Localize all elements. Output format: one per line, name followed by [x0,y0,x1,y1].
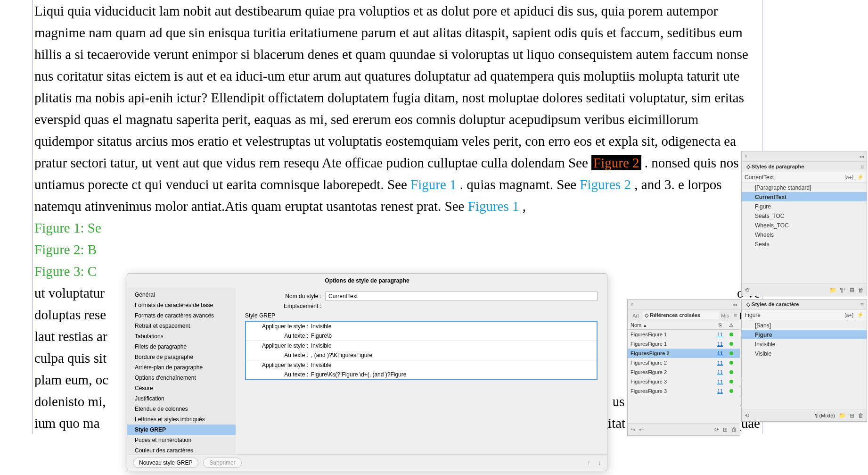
dialog-sidebar-item[interactable]: Justification [127,393,236,404]
figure-ref-highlighted[interactable]: Figure 2 [591,155,641,170]
xref-name: FiguresFigure 1 [631,341,714,347]
go-to-destination-icon[interactable]: ↩ [639,426,644,433]
apply-style-value[interactable]: Invisible [311,323,331,330]
override-indicator-icon[interactable]: [a+] [844,312,853,318]
close-icon[interactable]: × [631,302,633,307]
cross-reference-row[interactable]: FiguresFigure 311 [628,386,740,396]
delete-style-icon[interactable]: 🗑 [858,287,864,293]
quick-apply-icon[interactable]: ⚡ [857,174,864,180]
dialog-sidebar-item[interactable]: Style GREP [127,425,236,435]
xref-page-link[interactable]: 11 [714,332,726,337]
collapse-icon[interactable]: ◂◂ [859,154,864,159]
xref-name: FiguresFigure 2 [631,360,714,366]
tab-art[interactable]: Art [631,313,641,318]
column-page-header[interactable]: ⎘ [714,322,726,328]
panel-menu-icon[interactable]: ≡ [734,312,737,319]
paragraph-style-item[interactable]: CurrentText [742,192,867,201]
tab-cross-references[interactable]: ◇ Références croisées [643,311,719,319]
paragraph-style-item[interactable]: Wheels_TOC [742,220,867,230]
xref-status-icon [726,350,737,357]
cross-reference-row[interactable]: FiguresFigure 211 [628,367,740,377]
new-xref-icon[interactable]: ⊞ [723,426,728,433]
dialog-sidebar-item[interactable]: Césure [127,383,236,393]
move-up-icon[interactable]: ↑ [587,459,590,467]
panel-menu-icon[interactable]: ≡ [860,301,864,308]
figure-ref-link[interactable]: Figures 1 [468,199,519,214]
xref-page-link[interactable]: 11 [714,360,726,366]
new-style-icon[interactable]: ⊞ [850,412,854,419]
paragraph-style-item[interactable]: Seats_TOC [742,211,867,220]
xref-name: FiguresFigure 2 [631,369,714,375]
character-style-item[interactable]: [Sans] [742,320,867,330]
character-style-item[interactable]: Figure [742,330,867,339]
dialog-sidebar-item[interactable]: Filets de paragraphe [127,342,236,352]
delete-xref-icon[interactable]: 🗑 [731,426,737,433]
figure-ref-link[interactable]: Figure 1 [410,177,456,192]
to-text-value[interactable]: Figure\b [311,333,332,339]
character-style-item[interactable]: Invisible [742,339,867,349]
cross-reference-row[interactable]: FiguresFigure 111 [628,339,740,349]
xref-page-link[interactable]: 11 [714,341,726,347]
figure-ref-link[interactable]: Figures 2 [580,177,631,192]
move-down-icon[interactable]: ↓ [598,459,601,467]
xref-page-link[interactable]: 11 [714,379,726,384]
collapse-icon[interactable]: ◂◂ [732,302,737,307]
grep-style-item[interactable]: Appliquer le style :InvisibleAu texte :F… [246,322,597,341]
xref-page-link[interactable]: 11 [714,388,726,394]
cross-reference-row[interactable]: FiguresFigure 111 [628,330,740,339]
cross-reference-row[interactable]: FiguresFigure 311 [628,377,740,386]
dialog-sidebar-item[interactable]: Bordure de paragraphe [127,352,236,362]
folder-icon[interactable]: 📁 [839,412,846,419]
close-icon[interactable]: × [745,154,747,159]
panel-menu-icon[interactable]: ≡ [860,164,864,170]
cc-libraries-icon[interactable]: ⟲ [745,412,749,419]
dialog-sidebar-item[interactable]: Options d'enchaînement [127,373,236,383]
refresh-icon[interactable]: ⟳ [714,426,719,433]
dialog-sidebar-item[interactable]: Formats de caractères de base [127,300,236,310]
column-name-header[interactable]: Nom ▲ [631,322,714,328]
dialog-sidebar-item[interactable]: Lettrines et styles imbriqués [127,414,236,425]
dialog-sidebar-item[interactable]: Arrière-plan de paragraphe [127,362,236,373]
xref-status-icon [726,341,737,347]
to-text-value[interactable]: Figure\Ks(?!Figure \d+(, (and )?Figure [311,371,406,378]
folder-icon[interactable]: 📁 [829,287,836,293]
cc-libraries-icon[interactable]: ⟲ [745,287,749,293]
column-status-header[interactable]: ⚠ [726,322,737,328]
dialog-sidebar-item[interactable]: Couleur des caractères [127,445,236,454]
cross-reference-row[interactable]: FiguresFigure 211 [628,349,740,358]
clear-overrides-icon[interactable]: ¶⁺ [840,287,846,293]
paragraph-style-item[interactable]: Figure [742,201,867,211]
dialog-sidebar-item[interactable]: Retrait et espacement [127,321,236,331]
style-name-input[interactable] [325,292,598,301]
to-text-value[interactable]: , (and )?\KFiguresFigure [311,352,372,358]
quick-apply-icon[interactable]: ⚡ [857,312,864,318]
new-style-icon[interactable]: ⊞ [850,287,854,293]
new-grep-style-button[interactable]: Nouveau style GREP [133,458,198,468]
body-text: ut voluptatur [34,285,105,300]
character-style-item[interactable]: Visible [742,349,867,358]
grep-style-item[interactable]: Appliquer le style :InvisibleAu texte :F… [246,360,597,379]
paragraph-styles-panel: × ◂◂ ◇ Styles de paragraphe ≡ CurrentTex… [741,151,867,296]
paragraph-style-item[interactable]: Seats [742,239,867,249]
apply-style-value[interactable]: Invisible [311,342,331,349]
override-indicator-icon[interactable]: [a+] [844,175,853,180]
dialog-sidebar-item[interactable]: Tabulations [127,331,236,342]
xref-page-link[interactable]: 11 [714,350,726,356]
grep-style-item[interactable]: Appliquer le style :InvisibleAu texte :,… [246,341,597,360]
dialog-sidebar-item[interactable]: Etendue de colonnes [127,404,236,414]
xref-status-icon [726,388,737,394]
dialog-sidebar-item[interactable]: Formats de caractères avancés [127,310,236,321]
grep-styles-list[interactable]: Appliquer le style :InvisibleAu texte :F… [245,321,598,380]
dialog-sidebar-item[interactable]: Puces et numérotation [127,435,236,445]
apply-style-value[interactable]: Invisible [311,362,331,368]
cross-reference-row[interactable]: FiguresFigure 211 [628,358,740,367]
go-to-source-icon[interactable]: ↪ [631,426,635,433]
dialog-sidebar-item[interactable]: Général [127,290,236,300]
paragraph-style-item[interactable]: [Paragraphe standard] [742,183,867,192]
character-style-list: [Sans]FigureInvisibleVisible [742,320,867,358]
delete-style-icon[interactable]: 🗑 [858,412,864,419]
xref-page-link[interactable]: 11 [714,369,726,375]
tab-mis[interactable]: Mis [719,313,731,318]
paragraph-style-item[interactable]: Wheels [742,230,867,239]
delete-grep-style-button[interactable]: Supprimer [203,458,241,468]
